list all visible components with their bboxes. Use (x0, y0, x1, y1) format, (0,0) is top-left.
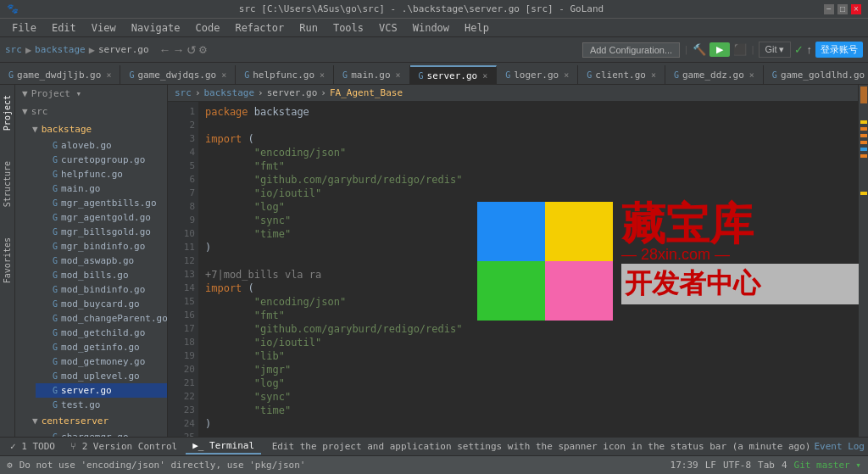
tab-helpfunc[interactable]: G helpfunc.go × (236, 65, 334, 84)
file-mgr-billsgold[interactable]: Gmgr_billsgold.go (36, 225, 167, 239)
add-config-button[interactable]: Add Configuration... (582, 42, 680, 58)
tab-close-4[interactable]: × (396, 70, 401, 80)
close-button[interactable]: × (851, 4, 861, 14)
tab-game-dwdjljb[interactable]: G game_dwdjljb.go × (0, 65, 120, 84)
status-settings-icon[interactable]: ⚙ (7, 460, 13, 471)
sidebar-tab-favorites[interactable]: Favorites (1, 231, 14, 290)
push-button[interactable]: ↑ (807, 43, 813, 56)
file-mod-getmoney[interactable]: Gmod_getmoney.go (36, 354, 167, 369)
file-mod-aswapb[interactable]: Gmod_aswapb.go (36, 254, 167, 268)
commit-button[interactable]: ✓ (794, 43, 804, 56)
minimize-button[interactable]: − (824, 4, 834, 14)
gutter-info-1 (860, 148, 867, 151)
file-main[interactable]: Gmain.go (36, 181, 167, 196)
tab-close-1[interactable]: × (106, 70, 111, 80)
status-indent[interactable]: Tab (758, 460, 775, 471)
tab-label-5: server.go (427, 70, 478, 81)
file-helpfunc[interactable]: Ghelpfunc.go (36, 167, 167, 181)
status-git[interactable]: Git master ▾ (794, 460, 861, 471)
file-label: mod_getchild.go (61, 327, 145, 338)
back-button[interactable]: ← (159, 43, 171, 57)
maximize-button[interactable]: □ (837, 4, 848, 14)
menu-refactor[interactable]: Refactor (228, 20, 291, 36)
forward-button[interactable]: → (173, 43, 185, 57)
tab-server[interactable]: G server.go × (410, 65, 498, 84)
tab-close-2[interactable]: × (221, 70, 226, 80)
menu-window[interactable]: Window (406, 20, 456, 36)
breadcrumb-backstage[interactable]: backstage (35, 44, 86, 55)
title-icon: 🐾 (7, 3, 19, 14)
build-button[interactable]: 🔨 (693, 43, 706, 56)
tab-client[interactable]: G client.go × (578, 65, 665, 84)
tab-icon-9: G (772, 70, 777, 80)
sidebar-header-project[interactable]: ▼ Project ▾ (15, 85, 167, 103)
file-mod-uplevel[interactable]: Gmod_uplevel.go (36, 369, 167, 383)
tree-node-src[interactable]: ▼ src (15, 103, 167, 120)
refresh-button[interactable]: ↺ (186, 43, 197, 57)
file-aloveb[interactable]: Galoveb.go (36, 138, 167, 153)
event-log-link[interactable]: Event Log (814, 441, 865, 452)
file-mod-bindinfo[interactable]: Gmod_bindinfo.go (36, 282, 167, 297)
chevron-down-icon: ▼ (22, 88, 28, 99)
status-lf[interactable]: LF (705, 460, 716, 471)
go-icon: G (53, 227, 58, 237)
menu-tools[interactable]: Tools (326, 20, 370, 36)
git-button[interactable]: Git ▾ (759, 42, 790, 58)
tab-close-6[interactable]: × (564, 70, 569, 80)
tab-close-5[interactable]: × (482, 71, 487, 81)
tree-node-centerserver[interactable]: ▼ centerserver (25, 412, 167, 430)
file-server[interactable]: Gserver.go (36, 383, 167, 398)
tab-game-goldlhd[interactable]: G game_goldlhd.go × (764, 65, 868, 84)
file-label: mgr_billsgold.go (61, 226, 151, 237)
tab-close-8[interactable]: × (749, 70, 754, 80)
tab-label-9: game_goldlhd.go (781, 70, 865, 81)
editor-area[interactable]: src › backstage › server.go › FA_Agent_B… (168, 85, 868, 437)
tab-game-ddz[interactable]: G game_ddz.go × (665, 65, 764, 84)
file-mod-getchild[interactable]: Gmod_getchild.go (36, 326, 167, 340)
file-chargemgr[interactable]: Gchargemgr.go (36, 430, 167, 437)
file-mgr-agentgold[interactable]: Gmgr_agentgold.go (36, 210, 167, 225)
breadcrumb-src[interactable]: src (5, 44, 22, 55)
file-test[interactable]: Gtest.go (36, 398, 167, 412)
status-position[interactable]: 17:39 (670, 460, 698, 471)
breadcrumb-file[interactable]: server.go (98, 44, 149, 55)
menu-file[interactable]: File (5, 20, 43, 36)
tab-loger[interactable]: G loger.go × (497, 65, 578, 84)
file-mod-bills[interactable]: Gmod_bills.go (36, 268, 167, 282)
menu-code[interactable]: Code (189, 20, 227, 36)
file-mod-changeparent[interactable]: Gmod_changeParent.go (36, 311, 167, 326)
run-button[interactable]: ▶ (709, 42, 730, 57)
menu-help[interactable]: Help (458, 20, 496, 36)
share-button[interactable]: 登录账号 (815, 42, 863, 58)
file-mod-buycard[interactable]: Gmod_buycard.go (36, 297, 167, 311)
code-editor[interactable]: package backstage import ( "encoding/jso… (198, 102, 868, 437)
menu-run[interactable]: Run (292, 20, 325, 36)
menu-view[interactable]: View (85, 20, 123, 36)
code-container[interactable]: 12345 678910 1112131415 1617181920 21222… (168, 102, 868, 437)
tab-close-3[interactable]: × (320, 70, 325, 80)
stop-button[interactable]: ⬛ (733, 43, 747, 56)
file-label: mgr_agentbills.go (61, 198, 157, 209)
menu-navigate[interactable]: Navigate (125, 20, 187, 36)
settings-button[interactable]: ⚙ (198, 43, 208, 57)
backstage-label: backstage (42, 124, 92, 135)
file-mod-getinfo[interactable]: Gmod_getinfo.go (36, 340, 167, 354)
tab-game-dwjdqs[interactable]: G game_dwjdqs.go × (120, 65, 236, 84)
version-control-tab[interactable]: ⑂ 2 Version Control (64, 439, 184, 454)
tab-close-7[interactable]: × (651, 70, 656, 80)
menu-vcs[interactable]: VCS (372, 20, 404, 36)
sidebar-tab-project[interactable]: Project (1, 88, 14, 137)
file-mgr-agentbills[interactable]: Gmgr_agentbills.go (36, 196, 167, 210)
gutter-warn-2 (860, 192, 867, 195)
todo-tab[interactable]: ✓ 1 TODO (3, 439, 62, 454)
tree-node-backstage[interactable]: ▼ backstage (25, 120, 167, 138)
toolbar-right: Add Configuration... | 🔨 ▶ ⬛ | Git ▾ ✓ ↑… (582, 42, 863, 58)
file-mgr-bindinfo[interactable]: Gmgr_bindinfo.go (36, 239, 167, 254)
sidebar-project-label: Project ▾ (31, 88, 82, 99)
menu-edit[interactable]: Edit (45, 20, 83, 36)
sidebar-tab-structure[interactable]: Structure (1, 154, 14, 214)
tab-main[interactable]: G main.go × (334, 65, 409, 84)
status-encoding[interactable]: UTF-8 (723, 460, 751, 471)
file-curetopgroup[interactable]: Gcuretopgroup.go (36, 153, 167, 167)
terminal-tab[interactable]: ▶_ Terminal (186, 438, 261, 454)
